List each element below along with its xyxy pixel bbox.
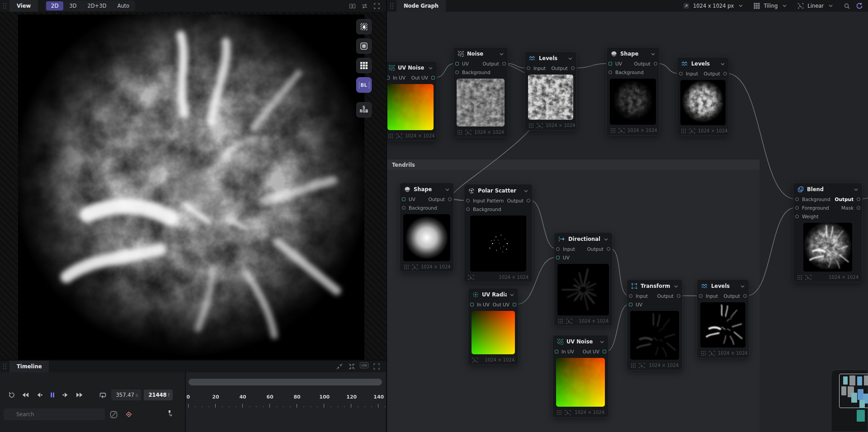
input-port-input[interactable] (699, 294, 703, 298)
fullscreen-icon[interactable] (373, 362, 381, 371)
chevron-down-icon[interactable] (568, 55, 572, 61)
output-port-out-uv[interactable] (431, 76, 435, 80)
frame-display[interactable]: 21448 f (144, 390, 173, 400)
input-port-weight[interactable] (795, 215, 799, 218)
node-shape-2[interactable]: Shape UVOutputBackground 1024 × 1024 (400, 183, 454, 272)
tab-2d3d[interactable]: 2D+3D (82, 1, 111, 10)
group-bar-tendrils[interactable]: Tendrils (387, 160, 760, 170)
keyframe-diamond-icon[interactable] (123, 409, 135, 420)
input-port-input[interactable] (527, 66, 530, 70)
tab-auto[interactable]: Auto (112, 1, 134, 10)
chevron-down-icon[interactable] (721, 61, 725, 67)
node-header[interactable]: Shape (400, 183, 453, 195)
input-port-background[interactable] (795, 197, 799, 201)
output-port-out-uv[interactable] (603, 350, 606, 353)
output-port-output[interactable] (857, 197, 860, 201)
drag-handle-icon[interactable] (2, 363, 8, 370)
node-header[interactable]: UV Noise (387, 61, 437, 74)
fast-forward-button[interactable] (74, 390, 85, 400)
input-port-uv[interactable] (609, 62, 612, 66)
loop-button[interactable] (96, 390, 108, 400)
tiling-control[interactable]: Tiling (753, 2, 788, 10)
input-port-uv[interactable] (402, 197, 406, 201)
output-port-output[interactable] (743, 294, 747, 298)
node-header[interactable]: Levels (677, 57, 729, 70)
node-shape-1[interactable]: Shape UVOutputBackground 1024 × 1024 (606, 47, 660, 136)
tab-2d[interactable]: 2D (46, 1, 63, 10)
input-port-input-pattern[interactable] (466, 199, 470, 202)
node-header[interactable]: Shape (607, 47, 659, 60)
panel-divider-vertical[interactable] (386, 0, 387, 432)
timeline-ruler[interactable]: 020406080100120140 (186, 394, 386, 412)
minimap-navigator[interactable] (831, 370, 868, 432)
output-port-output[interactable] (571, 66, 575, 70)
node-polar-scatter[interactable]: Polar Scatter Input PatternOutputBackgro… (464, 184, 533, 282)
timeline-tab[interactable]: Timeline (9, 361, 49, 372)
node-transform[interactable]: Transform InputOutputUV 1024 × 1024 (627, 279, 683, 371)
chevron-down-icon[interactable] (445, 186, 449, 193)
node-uv-radial[interactable]: UV Radial In UVOut UV 1024 × 1024 (468, 288, 519, 365)
restart-button[interactable] (6, 390, 18, 400)
fit-view-icon[interactable] (348, 362, 356, 371)
input-port-uv[interactable] (629, 303, 632, 306)
timeline-scrubber[interactable] (189, 379, 382, 385)
bilinear-filter-button[interactable]: BL (356, 77, 372, 93)
chevron-down-icon[interactable] (510, 291, 514, 298)
alpha-checker-icon[interactable] (356, 19, 372, 34)
pause-button[interactable] (47, 390, 58, 400)
autokey-marker-icon[interactable] (164, 408, 175, 418)
output-size-control[interactable]: 1024 x 1024 px (682, 2, 745, 10)
srgb-toggle-button[interactable]: S RGB (356, 102, 372, 117)
chevron-down-icon[interactable] (429, 65, 433, 71)
filter-mode-control[interactable]: Linear (797, 2, 835, 10)
output-port-out-uv[interactable] (513, 303, 516, 306)
solid-background-icon[interactable] (356, 38, 372, 54)
zoom-100-icon[interactable]: 100 (360, 362, 368, 368)
chevron-down-icon[interactable] (600, 338, 604, 345)
panel-divider-horizontal[interactable] (0, 360, 387, 361)
chevron-down-icon[interactable] (674, 283, 678, 289)
input-port-background[interactable] (466, 207, 470, 211)
view-2d-canvas[interactable]: BL S RGB (0, 12, 386, 361)
output-port-output[interactable] (448, 197, 452, 201)
drag-handle-icon[interactable] (2, 2, 8, 9)
tiling-grid-icon[interactable] (356, 58, 372, 73)
node-levels-1[interactable]: Levels InputOutput 1024 × 1024 (524, 52, 577, 131)
swap-panels-icon[interactable] (360, 2, 368, 10)
output-port-output[interactable] (723, 72, 727, 75)
chevron-down-icon[interactable] (651, 51, 655, 57)
time-display[interactable]: 357.47 s (111, 390, 141, 400)
input-port-input[interactable] (556, 247, 560, 251)
input-port-uv[interactable] (455, 62, 459, 66)
node-directional-blur[interactable]: Directional Blur InputOutputUV 1024 × 10… (554, 232, 613, 326)
node-header[interactable]: Levels (525, 52, 576, 64)
search-icon[interactable] (843, 2, 851, 10)
node-levels-2[interactable]: Levels InputOutput 1024 × 1024 (677, 57, 729, 136)
chevron-down-icon[interactable] (604, 236, 608, 242)
node-header[interactable]: Noise (453, 47, 508, 60)
node-header[interactable]: Directional Blur (554, 233, 612, 245)
refresh-icon[interactable] (855, 2, 863, 10)
input-port-uv[interactable] (556, 256, 560, 259)
step-forward-button[interactable] (60, 390, 72, 400)
output-port-output[interactable] (607, 247, 610, 251)
output-port-output[interactable] (527, 199, 530, 202)
node-uv-noise-2[interactable]: UV Noise In UVOut UV 1024 × 1024 (552, 335, 609, 418)
node-header[interactable]: UV Noise (553, 335, 608, 347)
output-port-output[interactable] (502, 62, 506, 66)
tab-3d[interactable]: 3D (64, 1, 81, 10)
input-port-foreground[interactable] (795, 206, 799, 210)
step-back-button[interactable] (33, 390, 45, 400)
input-port-background[interactable] (402, 206, 406, 210)
input-port-in-uv[interactable] (387, 76, 390, 80)
output-port-output[interactable] (677, 294, 680, 298)
node-header[interactable]: Blend (793, 183, 862, 195)
node-uv-noise-1[interactable]: UV Noise In UVOut UV 1024 × 1024 (387, 61, 437, 141)
node-header[interactable]: UV Radial (468, 288, 518, 301)
node-header[interactable]: Levels (697, 280, 749, 292)
node-graph-canvas[interactable]: Tendrils UV Noise In UVOut UV 1024 × 102… (387, 12, 868, 432)
curve-editor-toggle[interactable] (108, 409, 119, 420)
timeline-search-input[interactable] (4, 409, 105, 420)
input-port-input[interactable] (629, 294, 632, 298)
node-noise[interactable]: Noise UVOutputBackground 1024 × 1024 (453, 47, 508, 137)
